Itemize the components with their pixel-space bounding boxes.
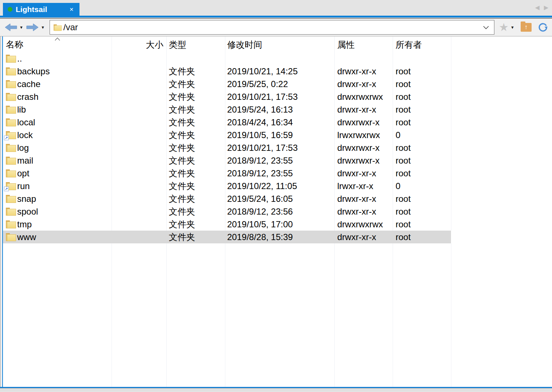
session-tab-title: Lightsail: [16, 5, 69, 14]
table-row-lib[interactable]: lib 文件夹 2019/5/24, 16:13 drwxr-xr-x root: [3, 103, 552, 116]
table-row-spool[interactable]: spool 文件夹 2018/9/12, 23:56 drwxr-xr-x ro…: [3, 205, 552, 218]
table-row-lock[interactable]: ↗lock 文件夹 2019/10/5, 16:59 lrwxrwxrwx 0: [3, 129, 552, 141]
table-row-crash[interactable]: crash 文件夹 2019/10/21, 17:53 drwxrwxrwx r…: [3, 90, 552, 103]
file-attrs: drwxr-xr-x: [334, 103, 393, 116]
close-tab-icon[interactable]: ✕: [69, 7, 74, 12]
folder-icon: [6, 220, 15, 228]
session-tab-lightsail[interactable]: Lightsail ✕: [3, 3, 79, 16]
file-panel-frame: 名称 大小 类型 修改时间 属性 所有者 .. backups 文件夹: [0, 36, 552, 388]
table-row-backups[interactable]: backups 文件夹 2019/10/21, 14:25 drwxr-xr-x…: [3, 65, 552, 78]
file-type: 文件夹: [166, 180, 225, 192]
panel-left-border: [0, 36, 3, 387]
file-size: [112, 116, 166, 129]
file-modified: 2018/9/12, 23:55: [225, 154, 334, 167]
table-row-parent[interactable]: ..: [3, 52, 552, 65]
file-modified: 2019/10/5, 16:59: [225, 129, 334, 141]
file-name: local: [17, 116, 35, 129]
file-type: 文件夹: [166, 116, 225, 129]
file-type: 文件夹: [166, 231, 225, 243]
file-modified: 2019/10/22, 11:05: [225, 180, 334, 192]
file-modified: 2019/5/25, 0:22: [225, 78, 334, 90]
back-button[interactable]: [4, 23, 18, 32]
file-attrs: lrwxr-xr-x: [334, 180, 393, 192]
file-name: tmp: [17, 218, 32, 231]
file-type: 文件夹: [166, 141, 225, 154]
file-size: [112, 231, 166, 243]
file-name: run: [17, 180, 30, 192]
header-owner[interactable]: 所有者: [393, 36, 451, 52]
file-owner: 0: [393, 129, 451, 141]
table-row-log[interactable]: log 文件夹 2019/10/21, 17:53 drwxrwxr-x roo…: [3, 141, 552, 154]
file-owner: root: [393, 65, 451, 78]
file-type: 文件夹: [166, 129, 225, 141]
sort-ascending-icon: [55, 38, 60, 41]
file-owner: 0: [393, 180, 451, 192]
file-type: 文件夹: [166, 192, 225, 205]
table-row-local[interactable]: local 文件夹 2018/4/24, 16:34 drwxrwxr-x ro…: [3, 116, 552, 129]
file-attrs: drwxr-xr-x: [334, 167, 393, 180]
header-modified[interactable]: 修改时间: [225, 36, 334, 52]
current-path[interactable]: /var: [63, 22, 483, 32]
file-name: snap: [17, 192, 36, 205]
forward-button[interactable]: [26, 23, 39, 32]
file-type: 文件夹: [166, 65, 225, 78]
bookmark-star-icon[interactable]: ★: [499, 22, 509, 33]
tab-scroll-right-icon[interactable]: ▶: [544, 5, 548, 11]
folder-icon: [6, 54, 15, 63]
current-folder-icon: [54, 24, 61, 31]
file-modified: 2019/10/5, 17:00: [225, 218, 334, 231]
file-name: opt: [17, 167, 29, 180]
file-name: lib: [17, 103, 26, 116]
file-size: [112, 205, 166, 218]
table-row-opt[interactable]: opt 文件夹 2018/9/12, 23:55 drwxr-xr-x root: [3, 167, 552, 180]
folder-icon: [6, 67, 15, 75]
file-owner: root: [393, 154, 451, 167]
address-dropdown-chevron-icon[interactable]: [483, 26, 489, 29]
file-attrs: drwxr-xr-x: [334, 78, 393, 90]
back-history-dropdown-icon[interactable]: ▼: [19, 25, 23, 30]
file-owner: [393, 52, 451, 65]
header-type[interactable]: 类型: [166, 36, 225, 52]
table-row-tmp[interactable]: tmp 文件夹 2019/10/5, 17:00 drwxrwxrwx root: [3, 218, 552, 231]
forward-history-dropdown-icon[interactable]: ▼: [41, 25, 45, 30]
file-type: 文件夹: [166, 90, 225, 103]
header-size[interactable]: 大小: [112, 36, 166, 52]
file-name: log: [17, 141, 29, 154]
file-size: [112, 180, 166, 192]
file-attrs: drwxr-xr-x: [334, 192, 393, 205]
file-name: www: [17, 231, 36, 243]
folder-symlink-icon: ↗: [6, 182, 15, 190]
file-owner: root: [393, 141, 451, 154]
folder-icon: [6, 169, 15, 177]
folder-symlink-icon: ↗: [6, 131, 15, 139]
file-owner: root: [393, 231, 451, 243]
file-type: 文件夹: [166, 205, 225, 218]
folder-icon: [6, 80, 15, 88]
address-bar[interactable]: /var: [50, 20, 494, 35]
header-name[interactable]: 名称: [3, 36, 112, 52]
tab-scroll-left-icon[interactable]: ◀: [535, 5, 539, 11]
table-row-www[interactable]: www 文件夹 2019/8/28, 15:39 drwxr-xr-x root: [3, 231, 552, 243]
file-size: [112, 65, 166, 78]
table-row-cache[interactable]: cache 文件夹 2019/5/25, 0:22 drwxr-xr-x roo…: [3, 78, 552, 90]
file-owner: root: [393, 116, 451, 129]
table-row-run[interactable]: ↗run 文件夹 2019/10/22, 11:05 lrwxr-xr-x 0: [3, 180, 552, 192]
bookmark-dropdown-icon[interactable]: ▼: [510, 25, 514, 30]
file-attrs: lrwxrwxrwx: [334, 129, 393, 141]
table-row-snap[interactable]: snap 文件夹 2019/5/24, 16:05 drwxr-xr-x roo…: [3, 192, 552, 205]
file-attrs: drwxrwxrwx: [334, 90, 393, 103]
table-row-mail[interactable]: mail 文件夹 2018/9/12, 23:55 drwxrwxr-x roo…: [3, 154, 552, 167]
home-directory-button[interactable]: ↑: [521, 23, 532, 32]
file-name: mail: [17, 154, 33, 167]
file-owner: root: [393, 192, 451, 205]
refresh-button[interactable]: [537, 22, 548, 33]
file-modified: 2019/10/21, 14:25: [225, 65, 334, 78]
table-header: 名称 大小 类型 修改时间 属性 所有者: [3, 36, 552, 52]
folder-icon: [6, 144, 15, 152]
file-name: ..: [17, 52, 22, 65]
file-size: [112, 52, 166, 65]
header-attrs[interactable]: 属性: [334, 36, 393, 52]
file-size: [112, 167, 166, 180]
file-size: [112, 103, 166, 116]
symlink-badge-icon: ↗: [4, 136, 9, 140]
